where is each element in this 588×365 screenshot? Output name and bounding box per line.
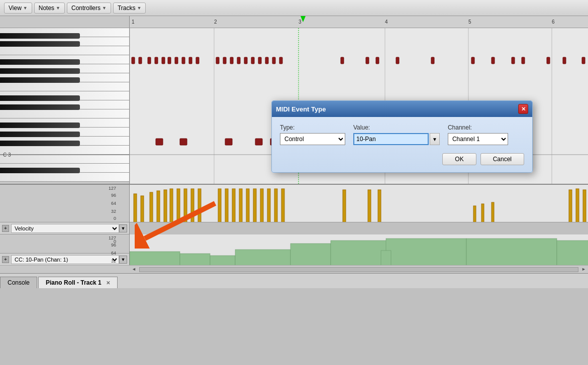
svg-rect-104 xyxy=(466,238,557,265)
cc-select[interactable]: CC: 10-Pan (Chan: 1) xyxy=(11,255,119,264)
svg-rect-29 xyxy=(279,57,282,64)
svg-rect-19 xyxy=(196,57,199,64)
svg-rect-66 xyxy=(225,189,228,222)
piano-key[interactable] xyxy=(0,109,129,118)
type-field: Type: Control xyxy=(280,124,345,145)
ok-button[interactable]: OK xyxy=(442,153,476,165)
velocity-scale-96: 96 xyxy=(111,193,116,198)
cancel-button[interactable]: Cancel xyxy=(480,153,524,165)
piano-key-black[interactable] xyxy=(0,104,80,110)
piano-key-black[interactable] xyxy=(0,123,80,128)
svg-rect-80 xyxy=(492,202,494,222)
channel-select[interactable]: Channel 1 xyxy=(448,133,508,145)
dialog-close-btn[interactable]: ✕ xyxy=(518,104,528,114)
svg-rect-63 xyxy=(191,189,194,222)
svg-rect-78 xyxy=(473,206,476,222)
piano-key-black[interactable] xyxy=(0,68,80,74)
piano-key-black[interactable] xyxy=(0,168,80,173)
controllers-arrow-icon: ▼ xyxy=(102,6,107,11)
svg-rect-16 xyxy=(175,57,178,64)
svg-rect-61 xyxy=(177,189,180,222)
svg-rect-105 xyxy=(557,240,588,265)
piano-key[interactable] xyxy=(0,146,129,155)
h-scrollbar[interactable]: ◄ ► xyxy=(0,265,588,273)
tracks-label: Tracks xyxy=(118,5,136,12)
piano-key-black[interactable] xyxy=(0,132,80,137)
svg-rect-73 xyxy=(274,189,277,222)
piano-roll-tab-close[interactable]: ✕ xyxy=(106,280,110,286)
svg-rect-28 xyxy=(272,57,275,64)
svg-rect-13 xyxy=(155,57,158,64)
scroll-track[interactable] xyxy=(139,267,578,272)
svg-rect-39 xyxy=(547,57,550,64)
piano-roll-tab[interactable]: Piano Roll - Track 1 ✕ xyxy=(38,277,118,288)
svg-rect-12 xyxy=(148,57,151,64)
svg-rect-68 xyxy=(239,189,242,222)
scroll-right-btn[interactable]: ► xyxy=(579,266,588,273)
cc-scale-64: 64 xyxy=(111,251,116,256)
value-label: Value: xyxy=(353,124,440,131)
piano-keys: C 3 xyxy=(0,28,130,184)
piano-key-black[interactable] xyxy=(0,141,80,146)
dialog-titlebar: MIDI Event Type ✕ xyxy=(272,101,532,117)
svg-rect-58 xyxy=(157,191,160,222)
value-dropdown-btn[interactable]: ▼ xyxy=(430,133,440,145)
tracks-menu-btn[interactable]: Tracks ▼ xyxy=(113,3,146,14)
piano-key-black[interactable] xyxy=(0,33,80,39)
svg-rect-35 xyxy=(471,57,474,64)
svg-rect-70 xyxy=(253,189,256,222)
svg-rect-99 xyxy=(235,250,290,265)
svg-rect-40 xyxy=(563,57,566,64)
controllers-menu-btn[interactable]: Controllers ▼ xyxy=(67,3,111,14)
bottom-tabs: Console Piano Roll - Track 1 ✕ xyxy=(0,273,588,288)
svg-rect-75 xyxy=(343,190,346,222)
view-arrow-icon: ▼ xyxy=(23,6,28,11)
type-label: Type: xyxy=(280,124,345,131)
controller-area: 127 96 64 32 0 + Velocity ▼ 127 96 64 32… xyxy=(0,184,588,265)
controllers-label: Controllers xyxy=(71,5,101,12)
svg-rect-49 xyxy=(156,139,163,145)
velocity-select[interactable]: Velocity xyxy=(11,224,119,233)
view-label: View xyxy=(9,5,22,12)
piano-key-black[interactable] xyxy=(0,95,80,101)
piano-key-black[interactable] xyxy=(0,77,80,83)
console-tab[interactable]: Console xyxy=(0,277,37,288)
cc-expand-btn[interactable]: + xyxy=(2,256,9,263)
type-select[interactable]: Control xyxy=(280,133,345,145)
controller-left: 127 96 64 32 0 + Velocity ▼ 127 96 64 32… xyxy=(0,185,130,265)
svg-rect-72 xyxy=(267,189,270,222)
piano-key[interactable] xyxy=(0,46,129,55)
piano-key[interactable] xyxy=(0,173,129,182)
cc-dropdown-btn[interactable]: ▼ xyxy=(119,256,127,264)
svg-rect-50 xyxy=(180,139,187,145)
svg-rect-30 xyxy=(341,57,344,64)
notes-menu-btn[interactable]: Notes ▼ xyxy=(34,3,65,14)
velocity-dropdown-btn[interactable]: ▼ xyxy=(119,224,127,232)
svg-rect-25 xyxy=(251,57,254,64)
piano-key-black[interactable] xyxy=(0,41,80,47)
svg-rect-98 xyxy=(210,256,235,265)
velocity-expand-btn[interactable]: + xyxy=(2,225,9,232)
notes-label: Notes xyxy=(39,5,54,12)
value-input[interactable] xyxy=(353,133,429,145)
piano-key-black[interactable] xyxy=(0,59,80,65)
svg-rect-71 xyxy=(260,189,263,222)
value-field: Value: ▼ xyxy=(353,124,440,145)
channel-field: Channel: Channel 1 xyxy=(448,124,508,145)
controller-right xyxy=(130,185,588,265)
velocity-scale-0: 0 xyxy=(114,216,116,221)
svg-rect-56 xyxy=(141,196,144,222)
svg-rect-38 xyxy=(522,57,525,64)
svg-rect-27 xyxy=(265,57,268,64)
midi-event-type-dialog: MIDI Event Type ✕ Type: Control Value: xyxy=(271,100,533,173)
svg-rect-36 xyxy=(492,57,495,64)
piano-key[interactable] xyxy=(0,155,129,164)
scroll-left-btn[interactable]: ◄ xyxy=(130,266,138,273)
piano-key[interactable] xyxy=(0,82,129,91)
svg-rect-97 xyxy=(180,254,210,265)
view-menu-btn[interactable]: View ▼ xyxy=(4,3,32,14)
svg-rect-55 xyxy=(134,194,137,222)
svg-rect-76 xyxy=(368,190,371,222)
velocity-scale-32: 32 xyxy=(111,209,116,214)
svg-rect-67 xyxy=(232,189,235,222)
